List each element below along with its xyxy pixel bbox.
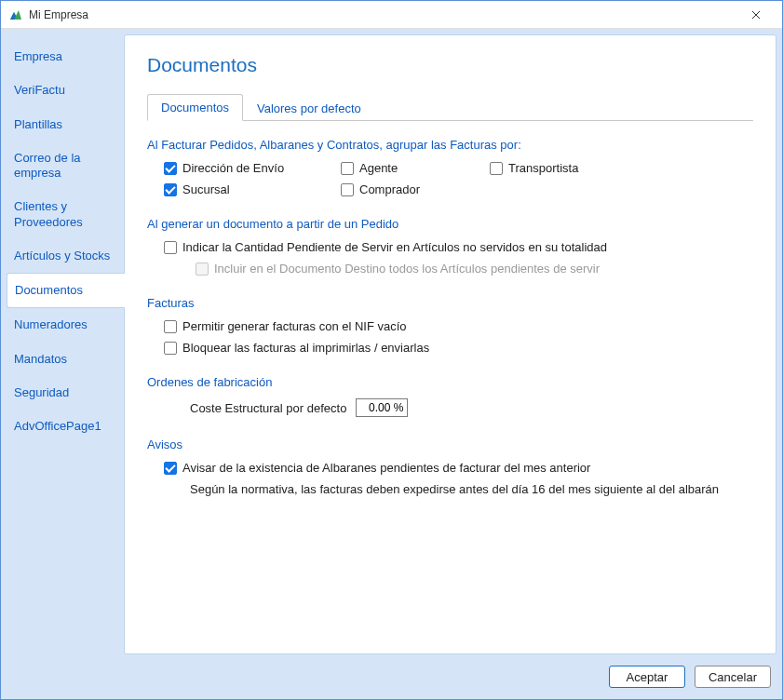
sidebar-item-label: Mandatos xyxy=(14,352,67,366)
checkbox-icon xyxy=(164,462,177,475)
checkbox-icon xyxy=(164,342,177,355)
section-ordenes: Ordenes de fabricación Coste Estructural… xyxy=(147,375,753,417)
checkbox-label: Avisar de la existencia de Albaranes pen… xyxy=(182,461,590,475)
sidebar: Empresa VeriFactu Plantillas Correo de l… xyxy=(1,34,124,654)
main-row: Empresa VeriFactu Plantillas Correo de l… xyxy=(1,29,782,654)
sidebar-item-plantillas[interactable]: Plantillas xyxy=(7,108,124,141)
checkbox-icon xyxy=(164,183,177,196)
checkbox-agente[interactable]: Agente xyxy=(341,161,490,175)
group-invoices-grid: Dirección de Envío Agente Transportista xyxy=(147,161,753,196)
checkbox-icon xyxy=(196,262,209,276)
checkbox-indicate-pending[interactable]: Indicar la Cantidad Pendiente de Servir … xyxy=(164,240,753,254)
sidebar-item-empresa[interactable]: Empresa xyxy=(7,40,124,74)
titlebar: Mi Empresa xyxy=(1,1,782,29)
sidebar-item-verifactu[interactable]: VeriFactu xyxy=(7,74,124,107)
checkbox-direccion-envio[interactable]: Dirección de Envío xyxy=(164,161,341,175)
window: Mi Empresa Empresa VeriFactu Plantillas … xyxy=(0,0,783,700)
sidebar-item-label: Correo de la empresa xyxy=(14,151,81,180)
app-icon xyxy=(8,7,23,22)
sidebar-item-label: Clientes y Proveedores xyxy=(14,199,83,228)
checkbox-warn-pending-albaranes[interactable]: Avisar de la existencia de Albaranes pen… xyxy=(164,461,753,475)
checkbox-label: Permitir generar facturas con el NIF vac… xyxy=(182,319,407,333)
checkbox-label: Comprador xyxy=(359,182,420,196)
sidebar-item-label: AdvOfficePage1 xyxy=(14,419,101,433)
section-group-invoices: Al Facturar Pedidos, Albaranes y Contrat… xyxy=(147,138,753,196)
gen-from-order-stack: Indicar la Cantidad Pendiente de Servir … xyxy=(147,240,753,276)
cancel-button[interactable]: Cancelar xyxy=(695,666,771,688)
checkbox-label: Sucursal xyxy=(182,182,230,196)
section-title: Avisos xyxy=(147,438,753,451)
avisos-note: Según la normativa, las facturas deben e… xyxy=(164,482,753,496)
section-facturas: Facturas Permitir generar facturas con e… xyxy=(147,296,753,355)
cost-field: Coste Estructural por defecto xyxy=(147,398,753,417)
checkbox-label: Bloquear las facturas al imprimirlas / e… xyxy=(182,341,429,355)
section-gen-from-order: Al generar un documento a partir de un P… xyxy=(147,217,753,276)
checkbox-icon xyxy=(341,183,354,196)
facturas-stack: Permitir generar facturas con el NIF vac… xyxy=(147,319,753,355)
avisos-stack: Avisar de la existencia de Albaranes pen… xyxy=(147,461,753,496)
page-title: Documentos xyxy=(147,54,753,76)
tab-documentos[interactable]: Documentos xyxy=(147,94,243,121)
checkbox-icon xyxy=(164,320,177,333)
checkbox-label: Transportista xyxy=(508,161,578,175)
checkbox-label: Incluir en el Documento Destino todos lo… xyxy=(214,262,600,276)
checkbox-icon xyxy=(341,162,354,175)
section-title: Al Facturar Pedidos, Albaranes y Contrat… xyxy=(147,138,753,152)
section-title: Al generar un documento a partir de un P… xyxy=(147,217,753,231)
checkbox-icon xyxy=(164,162,177,175)
sidebar-item-advofficepage1[interactable]: AdvOfficePage1 xyxy=(7,410,124,443)
sidebar-item-articulos[interactable]: Artículos y Stocks xyxy=(7,239,124,273)
sidebar-item-documentos[interactable]: Documentos xyxy=(7,273,125,308)
sidebar-item-mandatos[interactable]: Mandatos xyxy=(7,343,124,376)
sidebar-item-label: Artículos y Stocks xyxy=(14,249,110,262)
footer: Aceptar Cancelar xyxy=(1,654,782,699)
checkbox-label: Indicar la Cantidad Pendiente de Servir … xyxy=(182,240,607,254)
section-avisos: Avisos Avisar de la existencia de Albara… xyxy=(147,438,753,496)
sidebar-item-label: Plantillas xyxy=(14,117,62,131)
sidebar-item-label: Empresa xyxy=(14,49,62,63)
window-title: Mi Empresa xyxy=(29,8,88,21)
accept-button[interactable]: Aceptar xyxy=(609,666,685,688)
close-icon xyxy=(751,10,761,20)
checkbox-sucursal[interactable]: Sucursal xyxy=(164,182,341,196)
tab-label: Documentos xyxy=(161,101,229,114)
checkbox-allow-empty-nif[interactable]: Permitir generar facturas con el NIF vac… xyxy=(164,319,753,333)
tab-label: Valores por defecto xyxy=(257,101,361,115)
section-title: Ordenes de fabricación xyxy=(147,375,753,389)
cost-label: Coste Estructural por defecto xyxy=(190,401,346,415)
checkbox-lock-on-print[interactable]: Bloquear las facturas al imprimirlas / e… xyxy=(164,341,753,355)
checkbox-label: Dirección de Envío xyxy=(182,161,284,175)
section-title: Facturas xyxy=(147,296,753,310)
sidebar-item-correo[interactable]: Correo de la empresa xyxy=(7,141,124,191)
checkbox-icon xyxy=(490,162,503,175)
checkbox-icon xyxy=(164,241,177,254)
sidebar-item-seguridad[interactable]: Seguridad xyxy=(7,376,124,410)
checkbox-comprador[interactable]: Comprador xyxy=(341,182,490,196)
sidebar-item-numeradores[interactable]: Numeradores xyxy=(7,308,124,342)
sidebar-item-label: Documentos xyxy=(15,283,83,297)
body: Empresa VeriFactu Plantillas Correo de l… xyxy=(1,29,782,699)
sidebar-item-label: Seguridad xyxy=(14,385,69,399)
tabs: Documentos Valores por defecto xyxy=(147,93,753,121)
checkbox-label: Agente xyxy=(359,161,398,175)
sidebar-item-clientes[interactable]: Clientes y Proveedores xyxy=(7,190,124,239)
checkbox-transportista[interactable]: Transportista xyxy=(490,161,639,175)
cost-input[interactable] xyxy=(356,398,408,417)
sidebar-item-label: VeriFactu xyxy=(14,83,65,97)
close-button[interactable] xyxy=(737,1,775,29)
content: Documentos Documentos Valores por defect… xyxy=(124,34,776,654)
checkbox-include-all-pending: Incluir en el Documento Destino todos lo… xyxy=(164,262,753,276)
tab-valores-por-defecto[interactable]: Valores por defecto xyxy=(243,95,375,121)
sidebar-item-label: Numeradores xyxy=(14,317,88,331)
